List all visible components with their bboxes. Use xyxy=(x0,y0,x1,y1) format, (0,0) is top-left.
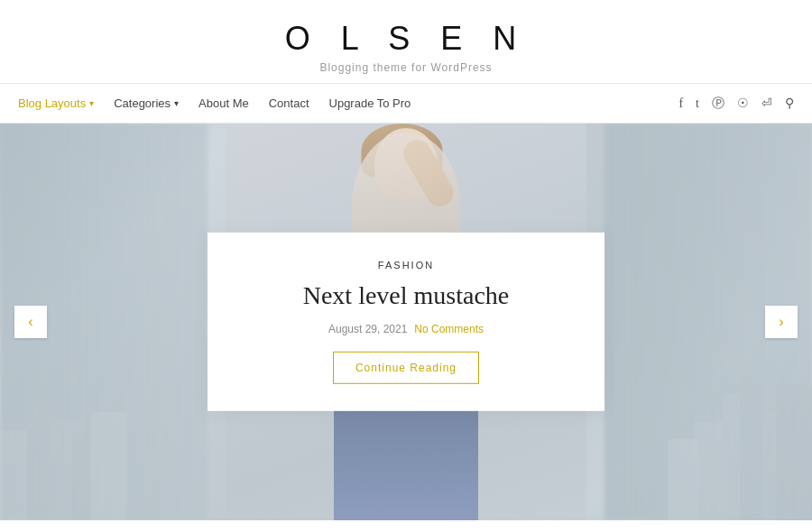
twitter-icon[interactable]: t xyxy=(696,96,699,111)
chevron-down-icon: ▾ xyxy=(89,98,94,108)
card-date: August 29, 2021 xyxy=(328,323,407,335)
svg-rect-3 xyxy=(776,385,812,520)
nav-label-about-me: About Me xyxy=(198,96,249,110)
chevron-down-icon: ▾ xyxy=(174,98,179,108)
svg-rect-10 xyxy=(90,412,126,520)
chevron-left-icon: ‹ xyxy=(28,314,32,330)
svg-rect-5 xyxy=(668,439,699,520)
site-header: O L S E N Blogging theme for WordPress xyxy=(0,0,812,84)
chevron-right-icon: › xyxy=(779,314,783,330)
nav-item-blog-layouts[interactable]: Blog Layouts ▾ xyxy=(18,96,94,110)
svg-rect-1 xyxy=(740,376,758,520)
nav-item-categories[interactable]: Categories ▾ xyxy=(114,96,179,110)
nav-right: f t Ⓟ ☉ ⏎ ⚲ xyxy=(678,96,794,112)
card-comments[interactable]: No Comments xyxy=(414,323,484,335)
facebook-icon[interactable]: f xyxy=(678,96,683,111)
main-nav: Blog Layouts ▾ Categories ▾ About Me Con… xyxy=(0,84,812,124)
slider-next-button[interactable]: › xyxy=(765,306,798,338)
globe-icon[interactable]: ☉ xyxy=(737,96,749,111)
continue-reading-button[interactable]: Continue Reading xyxy=(333,352,479,384)
hero-slider: ‹ › Fashion Next level mustache August 2… xyxy=(0,124,812,520)
content-card: Fashion Next level mustache August 29, 2… xyxy=(208,233,604,411)
site-tagline: Blogging theme for WordPress xyxy=(0,61,812,74)
card-category: Fashion xyxy=(244,260,568,271)
buildings-left xyxy=(0,358,226,520)
nav-label-blog-layouts: Blog Layouts xyxy=(18,96,86,110)
nav-item-upgrade[interactable]: Upgrade To Pro xyxy=(329,96,411,110)
rss-icon[interactable]: ⏎ xyxy=(761,96,772,111)
card-title: Next level mustache xyxy=(244,280,568,312)
nav-item-about-me[interactable]: About Me xyxy=(198,96,249,110)
nav-item-contact[interactable]: Contact xyxy=(269,96,309,110)
card-meta: August 29, 2021 No Comments xyxy=(244,323,568,335)
search-icon[interactable]: ⚲ xyxy=(785,96,794,111)
nav-left: Blog Layouts ▾ Categories ▾ About Me Con… xyxy=(18,96,411,110)
nav-label-categories: Categories xyxy=(114,96,171,110)
pinterest-icon[interactable]: Ⓟ xyxy=(712,96,724,112)
svg-rect-4 xyxy=(695,421,726,520)
nav-label-upgrade: Upgrade To Pro xyxy=(329,96,411,110)
nav-label-contact: Contact xyxy=(269,96,309,110)
slider-prev-button[interactable]: ‹ xyxy=(14,306,47,338)
site-title: O L S E N xyxy=(0,20,812,58)
